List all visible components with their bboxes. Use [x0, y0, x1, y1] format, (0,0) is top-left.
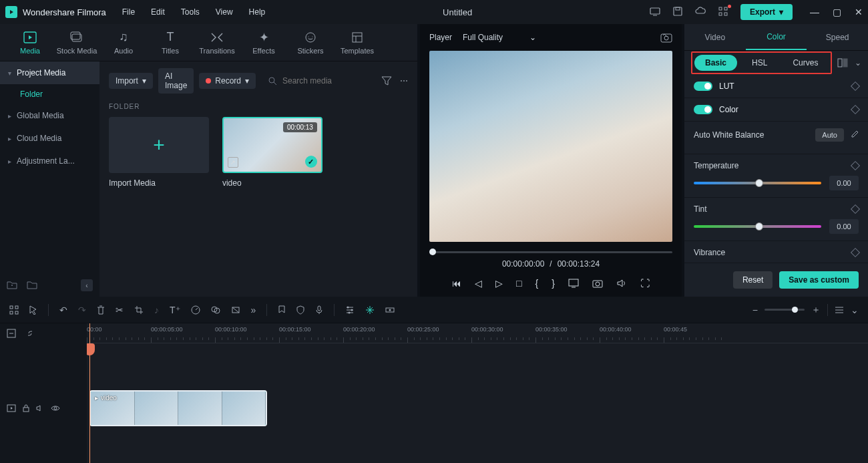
- timeline-clip[interactable]: ▸video: [89, 390, 267, 426]
- keyframe-icon[interactable]: [851, 82, 860, 91]
- menu-help[interactable]: Help: [249, 7, 266, 17]
- tree-global-media[interactable]: ▸Global Media: [0, 104, 99, 127]
- speed-icon[interactable]: [191, 305, 200, 315]
- tab-stock-media[interactable]: Stock Media: [53, 31, 100, 55]
- reset-button[interactable]: Reset: [733, 271, 773, 289]
- stop-button[interactable]: □: [516, 278, 521, 289]
- keyframe-icon[interactable]: [851, 161, 860, 170]
- quality-dropdown[interactable]: Full Quality⌄: [463, 33, 536, 42]
- chevron-down-icon[interactable]: ⌄: [851, 305, 859, 315]
- ai-image-button[interactable]: AI Image: [158, 68, 194, 94]
- menu-tools[interactable]: Tools: [181, 7, 200, 17]
- text-icon[interactable]: T⁺: [170, 305, 180, 315]
- import-dropdown[interactable]: Import▾: [109, 73, 153, 89]
- mixer-icon[interactable]: [345, 306, 355, 314]
- grid-icon[interactable]: [9, 305, 19, 315]
- mark-in-button[interactable]: {: [535, 278, 539, 289]
- save-custom-button[interactable]: Save as custom: [779, 271, 859, 289]
- zoom-out-icon[interactable]: −: [752, 305, 758, 315]
- prop-tab-speed[interactable]: Speed: [807, 24, 868, 50]
- mark-out-button[interactable]: }: [552, 278, 555, 289]
- prop-tab-color[interactable]: Color: [746, 24, 807, 50]
- display-icon[interactable]: [568, 279, 579, 288]
- tab-stickers[interactable]: Stickers: [287, 31, 334, 55]
- music-icon[interactable]: ♪: [154, 305, 159, 315]
- import-media-tile[interactable]: + Import Media: [109, 117, 209, 188]
- keyframe-icon[interactable]: [851, 248, 860, 257]
- preview-canvas[interactable]: [429, 51, 672, 242]
- new-folder-icon[interactable]: [7, 280, 17, 291]
- temperature-slider[interactable]: [694, 182, 821, 184]
- mask-icon[interactable]: [231, 305, 240, 315]
- tab-templates[interactable]: Templates: [334, 31, 381, 55]
- temperature-value[interactable]: 0.00: [829, 176, 859, 190]
- color-icon[interactable]: [211, 305, 220, 315]
- zoom-slider[interactable]: [765, 309, 805, 311]
- prev-frame-button[interactable]: ⏮: [452, 278, 461, 289]
- visibility-icon[interactable]: [51, 405, 60, 412]
- menu-edit[interactable]: Edit: [151, 7, 165, 17]
- tab-audio[interactable]: ♫Audio: [100, 31, 147, 55]
- play-button[interactable]: ▷: [495, 278, 503, 289]
- tab-effects[interactable]: ✦Effects: [240, 31, 287, 55]
- camera-icon[interactable]: [592, 279, 603, 288]
- keyframe-tool-icon[interactable]: [385, 306, 395, 314]
- keyframe-icon[interactable]: [851, 105, 860, 114]
- redo-icon[interactable]: ↷: [78, 305, 86, 315]
- tint-value[interactable]: 0.00: [829, 219, 859, 234]
- cut-icon[interactable]: ✂: [116, 305, 124, 315]
- adjust-icon[interactable]: [365, 305, 375, 315]
- chevron-down-icon[interactable]: ⌄: [855, 58, 861, 67]
- maximize-button[interactable]: ▢: [833, 7, 841, 17]
- step-back-button[interactable]: ◁: [475, 278, 482, 289]
- crop-icon[interactable]: [134, 305, 144, 315]
- media-clip-tile[interactable]: 00:00:13 ↗ ✓ video: [222, 117, 322, 188]
- more-icon[interactable]: ⋯: [400, 76, 408, 86]
- keyframe-icon[interactable]: [851, 204, 860, 214]
- color-toggle[interactable]: [694, 105, 712, 114]
- more-tools-icon[interactable]: »: [251, 305, 256, 315]
- menu-file[interactable]: File: [122, 7, 135, 17]
- eyedropper-icon[interactable]: [849, 130, 859, 140]
- subtab-curves[interactable]: Curves: [782, 55, 829, 71]
- video-track-header[interactable]: [0, 390, 87, 426]
- minimize-button[interactable]: —: [810, 7, 819, 17]
- marker-icon[interactable]: [278, 305, 286, 315]
- tab-titles[interactable]: TTitles: [147, 31, 194, 55]
- tree-folder[interactable]: Folder: [0, 84, 99, 104]
- undo-icon[interactable]: ↶: [59, 305, 67, 315]
- subtab-basic[interactable]: Basic: [694, 55, 737, 71]
- timeline-tracks[interactable]: 00:0000:00:05:0000:00:10:0000:00:15:0000…: [87, 323, 868, 463]
- save-icon[interactable]: [672, 6, 684, 18]
- subtab-hsl[interactable]: HSL: [741, 55, 778, 71]
- shield-icon[interactable]: [296, 305, 304, 315]
- search-input[interactable]: [282, 76, 376, 86]
- mute-icon[interactable]: [36, 405, 44, 412]
- filter-icon[interactable]: [381, 76, 392, 86]
- tint-slider[interactable]: [694, 225, 821, 228]
- preview-progress-handle[interactable]: [429, 249, 436, 255]
- preview-progress-track[interactable]: [429, 251, 672, 253]
- device-icon[interactable]: [650, 6, 662, 18]
- tree-adjustment-layer[interactable]: ▸Adjustment La...: [0, 150, 99, 172]
- expand-icon[interactable]: [7, 329, 16, 338]
- tab-media[interactable]: Media: [7, 31, 53, 55]
- snapshot-icon[interactable]: [660, 32, 672, 43]
- auto-wb-button[interactable]: Auto: [815, 128, 844, 142]
- delete-icon[interactable]: [97, 305, 105, 315]
- cloud-icon[interactable]: [695, 6, 707, 18]
- mic-icon[interactable]: [315, 305, 323, 315]
- zoom-in-icon[interactable]: ＋: [811, 304, 821, 316]
- menu-view[interactable]: View: [216, 7, 233, 17]
- record-dropdown[interactable]: Record▾: [199, 73, 256, 89]
- compare-icon[interactable]: [837, 58, 848, 67]
- tree-project-media[interactable]: ▾Project Media: [0, 61, 99, 84]
- volume-icon[interactable]: [616, 279, 627, 288]
- tab-transitions[interactable]: Transitions: [194, 31, 240, 55]
- lut-toggle[interactable]: [694, 82, 712, 91]
- folder-icon[interactable]: [27, 280, 37, 291]
- export-button[interactable]: Export▾: [740, 4, 793, 20]
- tree-cloud-media[interactable]: ▸Cloud Media: [0, 127, 99, 150]
- lock-icon[interactable]: [23, 404, 29, 412]
- clip-properties-icon[interactable]: ↗: [228, 157, 238, 168]
